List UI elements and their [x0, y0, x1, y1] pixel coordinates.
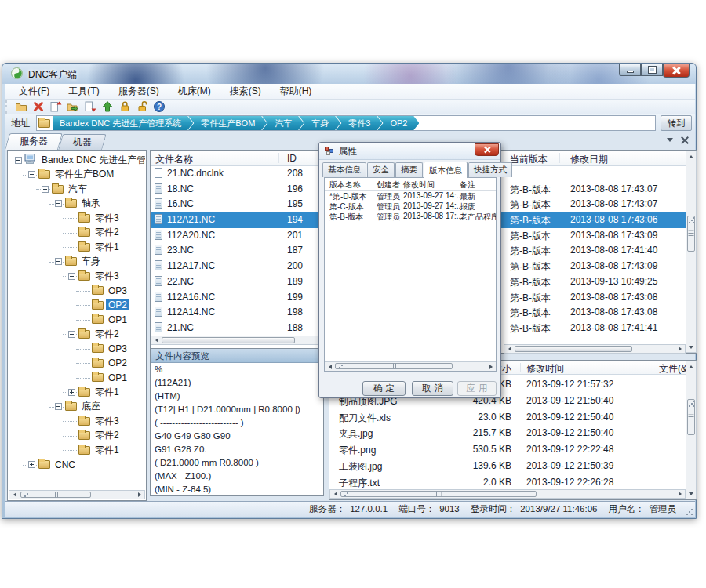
titlebar[interactable]: DNC客户端	[2, 64, 696, 84]
attachments-vertical-scrollbar[interactable]	[686, 361, 697, 499]
scroll-left-icon[interactable]	[504, 345, 514, 353]
expand-icon[interactable]	[68, 389, 75, 396]
close-button[interactable]	[663, 64, 690, 78]
scrollbar-thumb[interactable]	[335, 363, 453, 369]
checkout-file-icon[interactable]	[82, 100, 98, 114]
scroll-right-icon[interactable]	[675, 490, 685, 498]
tree-item[interactable]: 零件2	[9, 226, 145, 241]
collapse-icon[interactable]	[42, 186, 49, 193]
scrollbar-thumb[interactable]	[515, 346, 632, 352]
dialog-tab-安全[interactable]: 安全	[367, 162, 395, 177]
delete-icon[interactable]	[31, 100, 46, 114]
breadcrumb-segment[interactable]: 零件生产BOM	[187, 115, 267, 131]
scroll-left-icon[interactable]	[9, 491, 19, 499]
scroll-right-icon[interactable]	[135, 491, 144, 499]
tree-item[interactable]: OP2	[9, 356, 145, 371]
tree-item[interactable]: 零件3	[9, 414, 145, 429]
table-row[interactable]: 零件.png530.5 KB2013-09-12 22:22:48	[329, 441, 686, 458]
collapse-icon[interactable]	[55, 200, 62, 207]
version-row[interactable]: 第-C-版本管理员2013-09-27 14:...报废	[325, 201, 496, 211]
address-field[interactable]: Bandex DNC 先进生产管理系统零件生产BOM汽车车身零件3OP2	[36, 115, 656, 131]
tree-item[interactable]: 零件3	[9, 269, 145, 284]
menu-item[interactable]: 工具(T)	[62, 84, 105, 99]
column-header-modified[interactable]: 修改时间	[526, 362, 564, 376]
tree-item[interactable]: 零件2	[9, 429, 145, 444]
menu-item[interactable]: 服务器(S)	[112, 84, 166, 99]
scroll-right-icon[interactable]	[486, 363, 496, 371]
breadcrumb-segment[interactable]: OP2	[377, 115, 419, 131]
unlock-icon[interactable]	[134, 100, 150, 114]
collapse-icon[interactable]	[68, 273, 75, 280]
dialog-horizontal-scrollbar[interactable]	[325, 361, 496, 371]
version-row[interactable]: *第-D-版本管理员2013-09-27 14:...最新	[325, 191, 496, 201]
ok-button[interactable]: 确定	[362, 381, 406, 396]
help-icon[interactable]: ?	[151, 100, 167, 114]
scroll-down-icon[interactable]	[686, 343, 696, 352]
cancel-button[interactable]: 取消	[412, 381, 453, 396]
tab-服务器[interactable]: 服务器	[7, 133, 60, 150]
column-header-version[interactable]: 当前版本	[510, 153, 548, 166]
chevron-down-icon[interactable]	[667, 138, 673, 145]
open-folder-icon[interactable]	[65, 100, 81, 114]
collapse-icon[interactable]	[15, 157, 22, 164]
collapse-icon[interactable]	[28, 171, 35, 178]
menu-item[interactable]: 机床(M)	[172, 84, 217, 99]
tree-item[interactable]: OP1	[9, 371, 145, 386]
column-header-date[interactable]: 修改日期	[570, 153, 608, 166]
table-row[interactable]: 配刀文件.xls23.0 KB2013-09-12 21:50:40	[329, 409, 686, 426]
scroll-left-icon[interactable]	[151, 336, 161, 344]
collapse-icon[interactable]	[68, 331, 75, 338]
dialog-titlebar[interactable]: 属性	[319, 143, 500, 160]
dialog-tab-摘要[interactable]: 摘要	[395, 162, 423, 177]
tree-item[interactable]: CNC	[9, 458, 145, 473]
column-header-version-name[interactable]: 版本名称	[329, 180, 361, 191]
scroll-up-icon[interactable]	[686, 361, 696, 371]
version-row[interactable]: 第-B-版本管理员2013-08-08 17:...老产品程序	[325, 211, 496, 221]
resize-grip-icon[interactable]	[686, 508, 693, 516]
column-header-id[interactable]: ID	[287, 153, 297, 164]
scroll-left-icon[interactable]	[330, 490, 340, 498]
scroll-right-icon[interactable]	[675, 345, 685, 353]
tree-item[interactable]: 零件2	[9, 327, 145, 342]
menu-item[interactable]: 帮助(H)	[274, 84, 318, 99]
tree-item[interactable]: OP1	[9, 313, 145, 328]
file-list-horizontal-scrollbar[interactable]	[151, 336, 325, 345]
tree-item[interactable]: 零件生产BOM	[9, 168, 145, 183]
attachments-horizontal-scrollbar[interactable]	[329, 489, 686, 499]
tree-item[interactable]: 零件3	[9, 211, 145, 226]
tree-item[interactable]: 轴承	[9, 197, 145, 212]
scroll-up-icon[interactable]	[686, 151, 696, 161]
breadcrumb-segment[interactable]: 汽车	[261, 115, 304, 131]
collapse-icon[interactable]	[55, 258, 62, 265]
column-header-name[interactable]: 文件名称	[155, 153, 193, 166]
lock-icon[interactable]	[117, 100, 133, 114]
scrollbar-thumb[interactable]	[340, 491, 537, 497]
scrollbar-thumb[interactable]	[687, 216, 695, 252]
version-list-horizontal-scrollbar[interactable]	[504, 344, 686, 354]
collapse-icon[interactable]	[55, 403, 62, 410]
go-button[interactable]: 转到	[661, 115, 692, 131]
close-pane-icon[interactable]	[681, 136, 689, 144]
tree-item[interactable]: OP3	[9, 342, 145, 357]
breadcrumb-segment[interactable]: 零件3	[335, 115, 382, 131]
minimize-button[interactable]	[619, 64, 641, 76]
dialog-close-button[interactable]	[475, 143, 499, 156]
tree-item[interactable]: 底座	[9, 400, 145, 415]
scrollbar-thumb[interactable]	[20, 492, 91, 498]
scrollbar-thumb[interactable]	[162, 337, 295, 343]
tree-horizontal-scrollbar[interactable]	[9, 490, 145, 499]
dialog-tab-版本信息[interactable]: 版本信息	[424, 162, 468, 178]
tree-item[interactable]: 零件1	[9, 443, 145, 458]
tree-item[interactable]: OP3	[9, 284, 145, 299]
table-row[interactable]: 夹具.jpg215.7 KB2013-09-12 21:50:40	[329, 425, 686, 441]
dialog-tab-基本信息[interactable]: 基本信息	[322, 162, 366, 177]
column-header-note[interactable]: 备注	[460, 180, 475, 191]
menu-item[interactable]: 搜索(S)	[224, 84, 267, 99]
tree-item[interactable]: OP2	[9, 298, 145, 313]
tree-item[interactable]: 车身	[9, 255, 145, 270]
dialog-tab-快捷方式[interactable]: 快捷方式	[468, 162, 512, 177]
tree-item[interactable]: 零件1	[9, 385, 145, 400]
scroll-down-icon[interactable]	[686, 489, 696, 499]
menu-item[interactable]: 文件(F)	[13, 84, 56, 99]
maximize-button[interactable]	[641, 64, 663, 76]
